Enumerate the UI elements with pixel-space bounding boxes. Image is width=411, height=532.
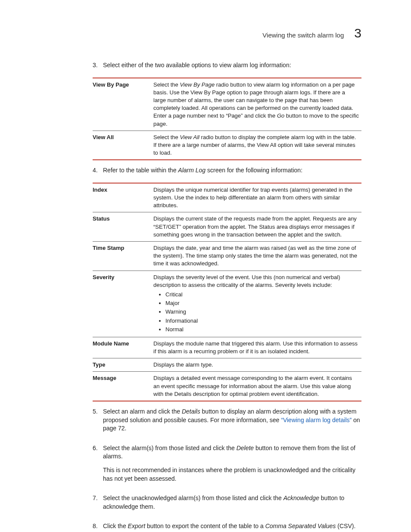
step-number: 6. [93, 444, 103, 453]
step-6: 6. Select the alarm(s) from those listed… [93, 444, 361, 488]
list-item: Warning [165, 308, 359, 316]
list-item: Informational [165, 317, 359, 325]
table-row: Module Name Displays the module name tha… [93, 337, 361, 358]
content-body: 3. Select either of the two available op… [93, 61, 361, 532]
term-cell: View By Page [93, 78, 153, 131]
desc-cell: Displays the severity level of the event… [153, 271, 361, 337]
list-item: Critical [165, 291, 359, 299]
table-row: Message Displays a detailed event messag… [93, 372, 361, 401]
table-row: Index Displays the unique numerical iden… [93, 183, 361, 212]
severity-levels-list: Critical Major Warning Informational Nor… [153, 291, 359, 333]
step-text: Select either of the two available optio… [103, 61, 361, 70]
term-cell: Type [93, 358, 153, 372]
term-cell: Index [93, 183, 153, 212]
running-title: Viewing the switch alarm log [262, 31, 344, 39]
desc-cell: Displays the current state of the reques… [153, 212, 361, 242]
step-text: Select the alarm(s) from those listed an… [103, 444, 361, 461]
step-note: This is not recommended in instances whe… [103, 466, 361, 483]
step-7: 7. Select the unacknowledged alarm(s) fr… [93, 494, 361, 516]
alarm-log-fields-table: Index Displays the unique numerical iden… [93, 183, 361, 401]
term-cell: Message [93, 372, 153, 401]
term-cell: Status [93, 212, 153, 242]
step-text: Click the Export button to export the co… [103, 522, 361, 531]
step-number: 3. [93, 61, 103, 70]
step-text: Select an alarm and click the Details bu… [103, 408, 361, 433]
term-cell: Time Stamp [93, 242, 153, 271]
desc-cell: Displays the alarm type. [153, 358, 361, 372]
step-text: Select the unacknowledged alarm(s) from … [103, 494, 361, 511]
desc-cell: Displays a detailed event message corres… [153, 372, 361, 401]
desc-cell: Select the View By Page radio button to … [153, 78, 361, 131]
step-number: 4. [93, 166, 103, 175]
term-cell: Module Name [93, 337, 153, 358]
step-4: 4. Refer to the table within the Alarm L… [93, 166, 361, 180]
table-row: Status Displays the current state of the… [93, 212, 361, 242]
desc-cell: Displays the date, year and time the ala… [153, 242, 361, 271]
table-row: View By Page Select the View By Page rad… [93, 78, 361, 131]
step-number: 7. [93, 494, 103, 503]
table-row: Time Stamp Displays the date, year and t… [93, 242, 361, 271]
desc-cell: Select the View All radio button to disp… [153, 131, 361, 160]
step-5: 5. Select an alarm and click the Details… [93, 408, 361, 438]
term-cell: Severity [93, 271, 153, 337]
step-3: 3. Select either of the two available op… [93, 61, 361, 75]
list-item: Normal [165, 326, 359, 333]
table-row: View All Select the View All radio butto… [93, 131, 361, 160]
list-item: Major [165, 299, 359, 307]
table-row: Severity Displays the severity level of … [93, 271, 361, 337]
step-text: Refer to the table within the Alarm Log … [103, 166, 361, 175]
desc-cell: Displays the unique numerical identifier… [153, 183, 361, 212]
running-header: Viewing the switch alarm log 3 [50, 26, 361, 40]
table-row: Type Displays the alarm type. [93, 358, 361, 372]
xref-link[interactable]: “Viewing alarm log details” [281, 417, 352, 423]
chapter-number: 3 [354, 26, 361, 40]
step-number: 5. [93, 408, 103, 416]
desc-cell: Displays the module name that triggered … [153, 337, 361, 358]
term-cell: View All [93, 131, 153, 160]
step-8: 8. Click the Export button to export the… [93, 522, 361, 532]
view-options-table: View By Page Select the View By Page rad… [93, 78, 361, 161]
document-page: Viewing the switch alarm log 3 3. Select… [0, 0, 411, 532]
step-number: 8. [93, 522, 103, 531]
steps-list: 3. Select either of the two available op… [93, 61, 361, 532]
